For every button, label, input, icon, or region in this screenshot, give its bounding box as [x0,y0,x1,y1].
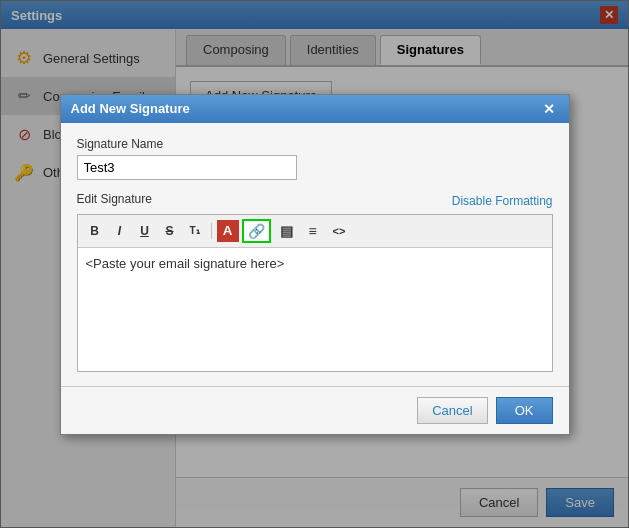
underline-button[interactable]: U [134,220,156,242]
modal-title: Add New Signature [71,101,190,116]
disable-formatting-link[interactable]: Disable Formatting [452,194,553,208]
signature-editor: B I U S T₁ A 🔗 ▤ ≡ <> <Paste your email … [77,214,553,372]
insert-image-button[interactable]: ▤ [274,220,299,242]
link-icon: 🔗 [248,223,265,239]
add-signature-modal: Add New Signature ✕ Signature Name Edit … [60,94,570,435]
bold-button[interactable]: B [84,220,106,242]
signature-textarea[interactable]: <Paste your email signature here> [78,248,552,368]
toolbar-divider-1 [211,223,212,239]
modal-overlay: Add New Signature ✕ Signature Name Edit … [0,0,629,528]
modal-body: Signature Name Edit Signature Disable Fo… [61,123,569,386]
code-button[interactable]: <> [327,220,352,242]
edit-signature-label: Edit Signature [77,192,152,206]
signature-name-input[interactable] [77,155,297,180]
italic-button[interactable]: I [109,220,131,242]
insert-link-button[interactable]: 🔗 [242,219,271,243]
signature-toolbar: B I U S T₁ A 🔗 ▤ ≡ <> [78,215,552,248]
signature-name-label: Signature Name [77,137,553,151]
edit-signature-header: Edit Signature Disable Formatting [77,192,553,210]
align-button[interactable]: ≡ [302,220,324,242]
text-color-button[interactable]: A [217,220,239,242]
strikethrough-button[interactable]: S [159,220,181,242]
modal-cancel-button[interactable]: Cancel [417,397,487,424]
modal-close-button[interactable]: ✕ [539,101,559,117]
modal-title-bar: Add New Signature ✕ [61,95,569,123]
modal-ok-button[interactable]: OK [496,397,553,424]
subscript-button[interactable]: T₁ [184,220,206,242]
modal-footer: Cancel OK [61,386,569,434]
